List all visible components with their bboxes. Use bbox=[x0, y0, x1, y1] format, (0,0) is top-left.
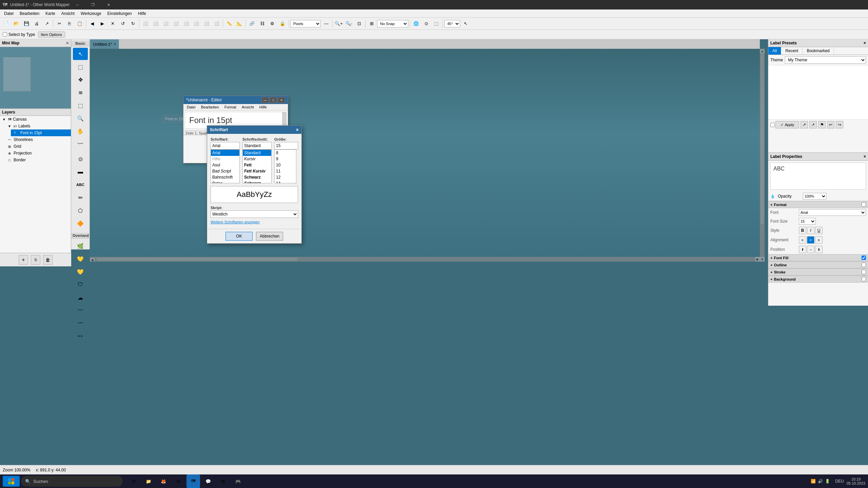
size-12[interactable]: 12 bbox=[275, 174, 296, 180]
size-11[interactable]: 11 bbox=[275, 168, 296, 174]
layer-labels[interactable]: ▼ 🏷 Labels bbox=[5, 123, 71, 129]
move-tool[interactable]: ✥ bbox=[73, 74, 88, 86]
tab-close-icon[interactable]: × bbox=[114, 42, 116, 46]
scroll-thumb-v[interactable] bbox=[761, 54, 764, 224]
align-left-btn[interactable]: ⬜ bbox=[141, 19, 150, 28]
font-fill-toggle[interactable] bbox=[862, 256, 866, 260]
stroke-toggle[interactable] bbox=[862, 270, 866, 274]
close-btn[interactable]: ✕ bbox=[101, 0, 116, 9]
font-fill-section-header[interactable]: + Font Fill bbox=[768, 254, 868, 261]
scroll-left-arrow[interactable]: ◀ bbox=[90, 258, 95, 262]
editor-close-btn[interactable]: × bbox=[278, 97, 285, 103]
angle-select[interactable]: 45° 90° 15° bbox=[444, 20, 460, 27]
pos-top-btn[interactable]: ⬆ bbox=[799, 246, 806, 253]
select-by-type-checkbox[interactable] bbox=[3, 32, 7, 37]
stroke-section-header[interactable]: + Stroke bbox=[768, 268, 868, 276]
editor-menu-datei[interactable]: Datei bbox=[185, 105, 198, 109]
prev-btn[interactable]: ◀ bbox=[87, 19, 97, 28]
format-section-header[interactable]: + Format bbox=[768, 201, 868, 208]
size-8[interactable]: 8 bbox=[275, 150, 296, 156]
export-btn[interactable]: ↗ bbox=[42, 19, 52, 28]
menu-bearbeiten[interactable]: Bearbeiten bbox=[17, 11, 42, 17]
font-size-list[interactable]: 8 9 10 11 12 14 16 bbox=[274, 149, 296, 183]
rope-tool[interactable]: 〰 bbox=[73, 317, 88, 329]
rect-select-tool[interactable]: ⬚ bbox=[73, 61, 88, 73]
font-dialog-close[interactable]: × bbox=[296, 127, 299, 133]
style-schwarz-schra[interactable]: Schwarz Schrä bbox=[243, 180, 271, 183]
font-face-arial2[interactable]: Hifie bbox=[211, 156, 239, 162]
font-face-baloo[interactable]: Baloo Bhaijaan 2 bbox=[211, 180, 239, 183]
tab-untitled[interactable]: Untitled-1* × bbox=[90, 39, 119, 49]
gear-btn[interactable]: ⚙ bbox=[268, 19, 277, 28]
distribute-h-btn[interactable]: ⬜ bbox=[202, 19, 211, 28]
firefox-icon[interactable]: 🦊 bbox=[157, 474, 170, 488]
style-fett[interactable]: Fett bbox=[243, 162, 271, 168]
target-tool[interactable]: ⊙ bbox=[73, 153, 88, 165]
apply-btn[interactable]: ✓ Apply bbox=[775, 121, 799, 128]
font-select[interactable]: Arial Times New Roman bbox=[799, 209, 866, 216]
pointer-btn[interactable]: ↖ bbox=[461, 19, 470, 28]
select-tool[interactable]: ↖ bbox=[73, 48, 88, 60]
pos-bot-btn[interactable]: ⬇ bbox=[815, 246, 823, 253]
style-fett-kursiv[interactable]: Fett Kursiv bbox=[243, 168, 271, 174]
mini-map-close[interactable]: × bbox=[66, 40, 69, 46]
size-10[interactable]: 10 bbox=[275, 162, 296, 168]
explorer-icon[interactable]: 📁 bbox=[142, 474, 155, 488]
delete-layer-btn[interactable]: 🗑 bbox=[43, 255, 53, 265]
apply-checkbox[interactable] bbox=[770, 123, 775, 127]
style-kursiv[interactable]: Kursiv bbox=[243, 156, 271, 162]
zoom-out-btn[interactable]: 🔍- bbox=[344, 19, 354, 28]
marker2-tool[interactable]: 💛 bbox=[73, 266, 88, 278]
font-face-asul[interactable]: Asul bbox=[211, 162, 239, 168]
target-btn[interactable]: ⊙ bbox=[421, 19, 431, 28]
align-bottom-btn[interactable]: ⬜ bbox=[192, 19, 201, 28]
font-face-list[interactable]: Arial Hifie Asul Bad Script Bahnschrift … bbox=[211, 149, 240, 183]
shield-tool[interactable]: 🛡 bbox=[73, 279, 88, 291]
import-preset-btn[interactable]: ↗ bbox=[809, 121, 817, 128]
grid-btn[interactable]: ⊞ bbox=[367, 19, 376, 28]
bold-btn[interactable]: B bbox=[799, 227, 806, 234]
underline-btn[interactable]: U bbox=[815, 227, 823, 234]
item-options-btn[interactable]: Item Options bbox=[38, 32, 65, 38]
text-tool[interactable]: ABC bbox=[73, 179, 88, 191]
delete-btn[interactable]: ✕ bbox=[108, 19, 117, 28]
shape-tool[interactable]: 🔶 bbox=[73, 217, 88, 229]
restore-btn[interactable]: ❐ bbox=[85, 0, 101, 9]
store-icon[interactable]: 🛍 bbox=[216, 474, 230, 488]
menu-karte[interactable]: Karte bbox=[43, 11, 58, 17]
font-face-bad-script[interactable]: Bad Script bbox=[211, 168, 239, 174]
menu-werkzeuge[interactable]: Werkzeuge bbox=[78, 11, 104, 17]
zoom-fit-btn[interactable]: ⊡ bbox=[354, 19, 364, 28]
editor-menu-format[interactable]: Format bbox=[222, 105, 238, 109]
script-select[interactable]: Westlich Kyrillisch Griechisch bbox=[211, 210, 298, 218]
taskbar-search[interactable]: 🔍 Suchen bbox=[21, 476, 123, 487]
layer-font-15pt[interactable]: T Font in 15pt bbox=[11, 129, 71, 136]
font-size-select[interactable]: 15 12 14 16 18 bbox=[799, 218, 816, 225]
ruler3-btn[interactable]: — bbox=[321, 19, 331, 28]
font-face-input[interactable] bbox=[211, 142, 240, 149]
distribute-v-btn[interactable]: ⬜ bbox=[212, 19, 221, 28]
link2-btn[interactable]: ⛓ bbox=[257, 19, 267, 28]
rotate-cw-btn[interactable]: ↻ bbox=[128, 19, 138, 28]
layer-canvas[interactable]: ▼ 🗺 Canvas bbox=[0, 116, 71, 123]
font-face-arial[interactable]: Arial bbox=[211, 150, 239, 156]
tree-tool[interactable]: 🌿 bbox=[73, 240, 88, 252]
scroll-right-arrow[interactable]: ▶ bbox=[755, 257, 760, 262]
align-left-text-btn[interactable]: ≡ bbox=[799, 236, 806, 244]
menu-ansicht[interactable]: Ansicht bbox=[59, 11, 77, 17]
tab-bookmarked[interactable]: Bookmarked bbox=[803, 47, 834, 55]
discord-icon[interactable]: 💬 bbox=[201, 474, 215, 488]
mail-icon[interactable]: ✉ bbox=[172, 474, 185, 488]
pen-tool[interactable]: ✏ bbox=[73, 191, 88, 204]
cloud-tool[interactable]: ☁ bbox=[73, 291, 88, 304]
polygon-tool[interactable]: ⬠ bbox=[73, 204, 88, 217]
canvas-scrollbar-v[interactable]: ▲ ▼ bbox=[760, 49, 765, 262]
align-center-h-btn[interactable]: ⬜ bbox=[151, 19, 160, 28]
save-btn[interactable]: 💾 bbox=[22, 19, 31, 28]
owm-icon[interactable]: 🗺 bbox=[186, 474, 200, 488]
outline-toggle[interactable] bbox=[862, 263, 866, 267]
editor-menu-bearbeiten[interactable]: Bearbeiten bbox=[199, 105, 221, 109]
snap-select[interactable]: No Snap Snap to Grid bbox=[377, 20, 408, 27]
menu-datei[interactable]: Datei bbox=[1, 11, 16, 17]
next-btn[interactable]: ▶ bbox=[98, 19, 107, 28]
